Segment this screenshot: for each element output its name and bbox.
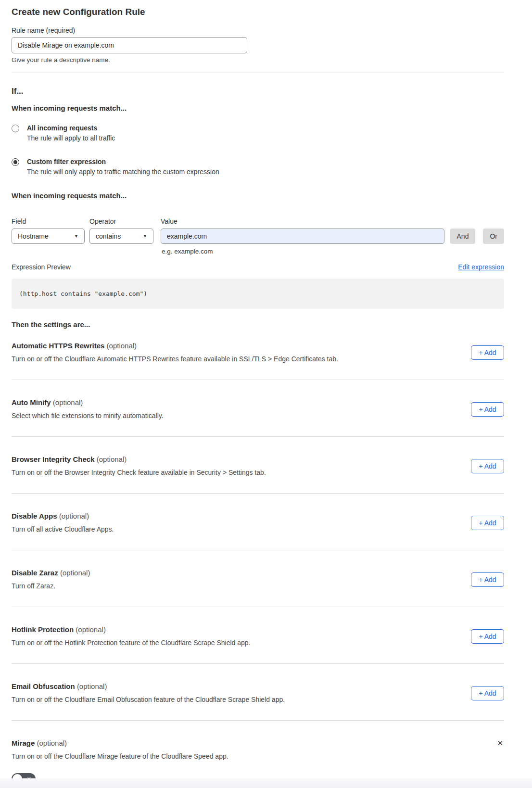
radio-description: The rule will apply to all traffic: [27, 134, 115, 142]
setting-disable-apps: Disable Apps (optional) Turn off all act…: [12, 494, 504, 550]
add-auto-minify-button[interactable]: + Add: [471, 402, 504, 417]
setting-description: Turn on or off the Browser Integrity Che…: [12, 469, 266, 477]
setting-browser-integrity-check: Browser Integrity Check (optional) Turn …: [12, 437, 504, 494]
setting-optional-label: (optional): [37, 739, 67, 747]
page-title: Create new Configuration Rule: [12, 6, 504, 18]
footer-band: [0, 778, 532, 788]
setting-name: Mirage: [12, 739, 35, 747]
radio-unselected-icon[interactable]: [12, 125, 19, 132]
when-match-heading-2: When incoming requests match...: [12, 191, 504, 200]
setting-name: Automatic HTTPS Rewrites: [12, 342, 104, 350]
setting-automatic-https-rewrites: Automatic HTTPS Rewrites (optional) Turn…: [12, 329, 504, 380]
then-settings-heading: Then the settings are...: [12, 320, 504, 329]
field-label: Field: [12, 217, 85, 225]
field-select-value: Hostname: [18, 232, 49, 240]
setting-name: Disable Zaraz: [12, 569, 58, 577]
setting-name: Auto Minify: [12, 398, 51, 407]
expression-preview-code: (http.host contains "example.com"): [12, 279, 504, 309]
close-icon[interactable]: ✕: [496, 739, 504, 748]
setting-hotlink-protection: Hotlink Protection (optional) Turn on or…: [12, 607, 504, 664]
edit-expression-link[interactable]: Edit expression: [458, 263, 504, 271]
setting-description: Turn on or off the Hotlink Protection fe…: [12, 639, 251, 647]
setting-name: Email Obfuscation: [12, 682, 75, 690]
operator-label: Operator: [89, 217, 153, 225]
add-disable-zaraz-button[interactable]: + Add: [471, 572, 504, 587]
and-button[interactable]: And: [450, 229, 476, 244]
value-input[interactable]: [161, 229, 444, 244]
setting-mirage: Mirage (optional) ✕ Turn on or off the C…: [12, 721, 504, 788]
filter-expression-row: Field Hostname ▼ Operator contains ▼ Val…: [12, 217, 504, 244]
setting-auto-minify: Auto Minify (optional) Select which file…: [12, 380, 504, 437]
chevron-down-icon: ▼: [143, 234, 147, 239]
operator-select-value: contains: [96, 232, 121, 240]
expression-preview-label: Expression Preview: [12, 263, 71, 271]
add-hotlink-protection-button[interactable]: + Add: [471, 629, 504, 644]
setting-optional-label: (optional): [76, 625, 106, 634]
value-help-text: e.g. example.com: [162, 248, 504, 255]
setting-optional-label: (optional): [59, 512, 89, 520]
if-heading: If...: [12, 87, 504, 96]
add-email-obfuscation-button[interactable]: + Add: [471, 686, 504, 700]
setting-name: Browser Integrity Check: [12, 455, 95, 463]
or-button[interactable]: Or: [483, 229, 504, 244]
setting-description: Turn off all active Cloudflare Apps.: [12, 525, 114, 534]
create-configuration-rule-form: Create new Configuration Rule Rule name …: [12, 0, 504, 788]
setting-optional-label: (optional): [97, 455, 127, 463]
setting-name: Hotlink Protection: [12, 625, 74, 634]
when-match-heading-1: When incoming requests match...: [12, 104, 504, 113]
setting-description: Turn on or off the Cloudflare Email Obfu…: [12, 696, 285, 704]
radio-label: All incoming requests: [27, 124, 115, 132]
field-select[interactable]: Hostname ▼: [12, 229, 85, 244]
add-browser-integrity-check-button[interactable]: + Add: [471, 459, 504, 473]
radio-selected-icon[interactable]: [12, 158, 19, 166]
setting-optional-label: (optional): [77, 682, 107, 690]
chevron-down-icon: ▼: [74, 234, 78, 239]
setting-optional-label: (optional): [53, 398, 83, 407]
setting-description: Turn on or off the Cloudflare Automatic …: [12, 355, 338, 363]
setting-description: Turn on or off the Cloudflare Mirage fea…: [12, 752, 504, 761]
rule-name-input[interactable]: [12, 37, 247, 53]
radio-label: Custom filter expression: [27, 158, 219, 166]
rule-name-help: Give your rule a descriptive name.: [12, 56, 504, 64]
radio-description: The rule will only apply to traffic matc…: [27, 168, 219, 176]
setting-name: Disable Apps: [12, 512, 57, 520]
value-label: Value: [161, 217, 444, 225]
operator-select[interactable]: contains ▼: [89, 229, 153, 244]
setting-optional-label: (optional): [107, 342, 137, 350]
setting-email-obfuscation: Email Obfuscation (optional) Turn on or …: [12, 664, 504, 721]
setting-description: Turn off Zaraz.: [12, 582, 90, 590]
radio-all-incoming-requests[interactable]: All incoming requests The rule will appl…: [12, 124, 504, 142]
setting-optional-label: (optional): [60, 569, 90, 577]
rule-name-label: Rule name (required): [12, 26, 504, 34]
setting-description: Select which file extensions to minify a…: [12, 412, 164, 420]
setting-disable-zaraz: Disable Zaraz (optional) Turn off Zaraz.…: [12, 550, 504, 607]
radio-custom-filter-expression[interactable]: Custom filter expression The rule will o…: [12, 158, 504, 176]
add-disable-apps-button[interactable]: + Add: [471, 516, 504, 530]
add-automatic-https-rewrites-button[interactable]: + Add: [471, 345, 504, 360]
divider: [12, 73, 504, 73]
